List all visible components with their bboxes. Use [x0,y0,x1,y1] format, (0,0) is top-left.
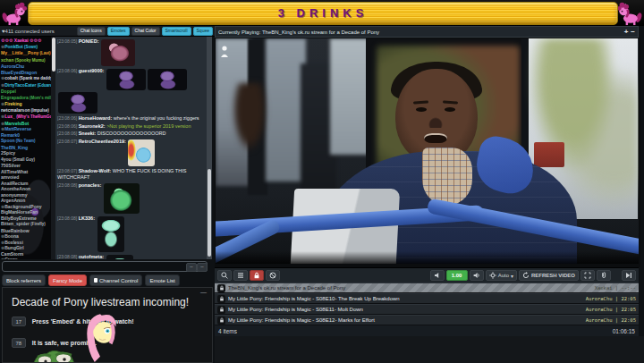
playback-rate-button[interactable]: 1.00 [446,270,468,281]
username: Doppel [1,89,16,94]
username: xchan [1,57,13,63]
fluttershy-image [81,310,119,363]
user-list-item[interactable]: xchan (Spooky Mumu) [1,57,51,64]
playlist-item-title: TheBN_King's ok.ru stream for a Decade o… [228,285,592,291]
playlist-item[interactable]: My Little Pony: Friendship is Magic - S0… [215,293,639,304]
message-timestamp: [23:08:06] [57,131,79,136]
user-flair: (Impulse) [30,108,49,113]
username: Bitten_spider [1,221,30,226]
username: ArgenAnon [1,198,25,203]
username: BlueRainbow [1,228,30,233]
user-list-item[interactable]: Engrapadora (Mom's milk) [1,95,51,102]
motd-collapse-button[interactable]: — [200,289,207,295]
username: cobalt [4,75,18,80]
username: DirtyTacoEater [4,82,36,88]
username: ⚙⚙⚙ Xaekai ⚙⚙⚙ [1,38,42,43]
player-expand-button[interactable]: + [624,29,629,36]
speaker-high-icon [473,272,480,279]
user-list-item[interactable]: 4you (Small Guy) [1,156,51,164]
rainbowdash-emote-image [128,139,155,166]
player-shrink-button[interactable]: − [631,29,635,36]
playlist: TheBN_King's ok.ru stream for a Decade o… [215,283,639,325]
smartscroll-button[interactable]: Smartscroll [162,27,191,36]
red-window-sticker [534,142,564,167]
chat-message: [23:08:07] RetroCheerilee2019: [57,139,205,167]
message-username: LK336: [79,215,97,221]
username: 2Spicy [1,150,15,156]
playlist-lock-button[interactable] [250,270,264,281]
emote-list-button[interactable]: Emote List [145,274,179,286]
refresh-video-button[interactable]: REFRESH VIDEO [519,270,579,281]
embed-link-button[interactable] [597,270,611,281]
playlist-item-lock [217,284,225,292]
chat-message: [23:08:06] Sauronek2: >Not playing the s… [57,123,205,131]
lock-icon [219,285,225,291]
now-playing-text: Currently Playing: TheBN_King's ok.ru st… [218,30,622,35]
user-list-item[interactable]: netcmalarson (Impulse) [1,107,51,114]
chat-scrollbar[interactable] [207,37,212,259]
user-list-item[interactable]: ⊗Lux_ (Why's TheRumGone) [1,114,51,121]
volume-up-button[interactable] [470,270,484,281]
username: BungGirl [4,245,23,250]
playlist-queue-button[interactable] [233,270,248,281]
chat-input[interactable] [2,261,208,272]
playlist-item-lock [217,306,225,314]
channel-banner: 3 DRINKS [28,2,618,25]
connected-users-count: ♥411 connected users [2,29,75,34]
username: BigManHorseFan [1,209,38,215]
playlist-item-meta: AuroraChu | 22:05 [586,296,636,301]
message-timestamp: [23:08:07] [57,139,79,144]
twidance-emote-image [58,92,97,114]
man-eye-right [445,107,455,112]
username: AuroraChu [1,63,24,69]
user-list-item[interactable]: Bitten_spider (Firefly) [1,221,51,228]
playlist-item[interactable]: My Little Pony: Friendship is Magic - S0… [215,315,639,325]
volume-down-button[interactable] [430,270,445,281]
twidance-emote-image [106,69,146,90]
vote-badge: 78 [12,338,26,348]
next-video-button[interactable] [622,270,636,281]
channel-control-button[interactable]: Channel Control [89,274,142,286]
user-list-item[interactable]: ⊗PonkBot (Sown) [1,44,51,51]
playlist-item-title: My Little Pony: Friendship is Magic - S0… [228,317,583,323]
chat-scrollbar-thumb[interactable] [208,169,211,257]
lock-icon [253,272,260,279]
playlist-item-meta: AuroraChu | 22:05 [586,317,636,323]
user-flair: (Mom's milk) [29,96,51,100]
playlist-search-button[interactable] [217,270,232,281]
username: MattReverse [4,126,31,131]
twihug-emote-image [101,39,135,66]
userlist-scrollbar-thumb[interactable] [52,38,55,72]
fancy-mode-button[interactable]: Fancy Mode [48,274,87,286]
chat-color-button[interactable]: Chat Color [131,27,160,36]
username: amvoied [1,174,19,180]
chat-icons-button[interactable]: Chat Icons [77,27,106,36]
plaid-shirt [422,148,472,205]
skip-next-icon [625,272,632,279]
playlist-clear-button[interactable] [266,270,280,281]
block-referrers-button[interactable]: Block referrers [2,274,46,286]
lock-icon [219,307,225,312]
user-list-item[interactable]: ⊗DirtyTacoEater (Eduard) [1,82,51,89]
username: PonkBot [4,44,23,49]
user-flair: (Spank me daddy) [18,76,51,80]
user-list-item[interactable]: ⊗Croxy [1,257,51,259]
playlist-item[interactable]: TheBN_King's ok.ru stream for a Decade o… [215,283,639,293]
user-list-item[interactable]: ⊗cobalt (Spank me daddy) [1,75,51,82]
emotes-button[interactable]: Emotes [107,27,130,36]
chat-input-option-button-1[interactable]: – [186,263,197,272]
chat-message: [23:08:06] guest9000: [57,68,205,114]
message-username: guest9000: [79,68,106,73]
user-list[interactable]: ⚙⚙⚙ Xaekai ⚙⚙⚙⊗PonkBot (Sown)My__Little_… [0,37,51,259]
playlist-item[interactable]: My Little Pony: Friendship is Magic - S0… [215,304,639,315]
user-list-item[interactable]: Spoon (No Team) [1,138,51,145]
quality-select[interactable]: Auto▾ [486,270,517,281]
video-player[interactable] [216,38,639,264]
fullscreen-icon [584,272,591,279]
user-list-item[interactable]: My__Little__Pony (Lavi) [1,50,51,57]
chat-message: [23:08:08] LK336: [57,215,205,253]
squee-button[interactable]: Squee [193,27,213,36]
fullscreen-button[interactable] [580,270,595,281]
chat-input-option-button-2[interactable]: – [197,263,208,272]
corner-pony-right-image [614,1,643,26]
